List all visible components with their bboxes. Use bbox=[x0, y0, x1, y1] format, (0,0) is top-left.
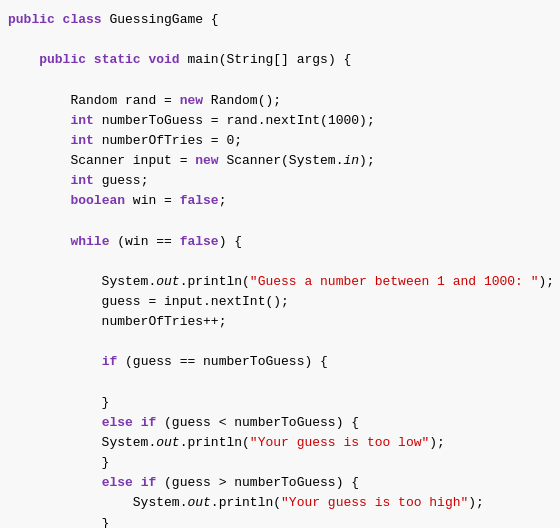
code-line: } bbox=[8, 453, 552, 473]
code-line bbox=[8, 252, 552, 272]
code-content: public class GuessingGame { public stati… bbox=[8, 10, 552, 528]
code-line: Scanner input = new Scanner(System.in); bbox=[8, 151, 552, 171]
code-line: guess = input.nextInt(); bbox=[8, 292, 552, 312]
code-line: System.out.println("Your guess is too lo… bbox=[8, 433, 552, 453]
code-line: numberOfTries++; bbox=[8, 312, 552, 332]
code-line bbox=[8, 70, 552, 90]
code-line: int guess; bbox=[8, 171, 552, 191]
code-line: if (guess == numberToGuess) { bbox=[8, 352, 552, 372]
code-line bbox=[8, 332, 552, 352]
code-line: else if (guess > numberToGuess) { bbox=[8, 473, 552, 493]
code-line: Random rand = new Random(); bbox=[8, 91, 552, 111]
code-line: } bbox=[8, 514, 552, 528]
code-line: while (win == false) { bbox=[8, 232, 552, 252]
code-line: int numberToGuess = rand.nextInt(1000); bbox=[8, 111, 552, 131]
code-line: int numberOfTries = 0; bbox=[8, 131, 552, 151]
code-line: System.out.println("Your guess is too hi… bbox=[8, 493, 552, 513]
code-line: boolean win = false; bbox=[8, 191, 552, 211]
code-line: public class GuessingGame { bbox=[8, 10, 552, 30]
code-line bbox=[8, 373, 552, 393]
code-line: System.out.println("Guess a number betwe… bbox=[8, 272, 552, 292]
code-line bbox=[8, 30, 552, 50]
code-line: } bbox=[8, 393, 552, 413]
code-line: else if (guess < numberToGuess) { bbox=[8, 413, 552, 433]
code-line: public static void main(String[] args) { bbox=[8, 50, 552, 70]
code-line bbox=[8, 211, 552, 231]
code-editor: public class GuessingGame { public stati… bbox=[0, 0, 560, 528]
